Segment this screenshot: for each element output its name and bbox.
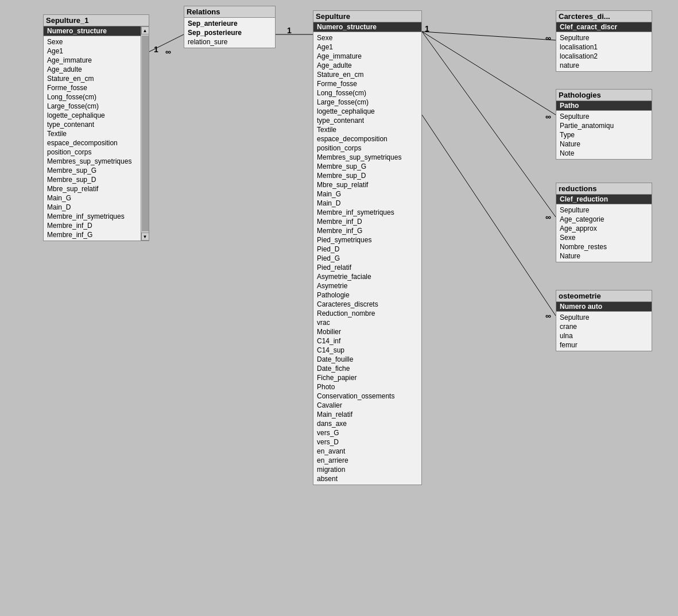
field-sep1-large: Large_fosse(cm) xyxy=(44,102,149,111)
field-sep-cavalier: Cavalier xyxy=(313,401,421,410)
field-sep-membre-inf-d: Membre_inf_D xyxy=(313,217,421,226)
field-path-sepulture: Sepulture xyxy=(556,112,652,121)
table-carcteres-fields: Sepulture localisation1 localisation2 na… xyxy=(556,32,652,71)
field-sep1-membre-sup-d: Membre_sup_D xyxy=(44,175,149,184)
field-rel-sure: relation_sure xyxy=(184,37,275,47)
field-sep1-age-immature: Age_immature xyxy=(44,56,149,65)
field-sep-date-fiche: Date_fiche xyxy=(313,364,421,373)
field-path-partie: Partie_anatomiqu xyxy=(556,121,652,130)
field-path-pk: Patho xyxy=(556,101,652,111)
table-relations: Relations Sep_anterieure Sep_posterieure… xyxy=(184,6,276,48)
label-sep-red-inf: ∞ xyxy=(545,212,551,222)
table-reductions-fields: Sepulture Age_categorie Age_approx Sexe … xyxy=(556,204,652,262)
field-sep-sexe: Sexe xyxy=(313,33,421,42)
field-sep-asym: Asymetrie xyxy=(313,281,421,290)
field-sep-age1: Age1 xyxy=(313,42,421,52)
field-rel-sep-post: Sep_posterieure xyxy=(184,28,275,37)
table-reductions: reductions Clef_reduction Sepulture Age_… xyxy=(556,183,652,262)
field-sep-fiche-papier: Fiche_papier xyxy=(313,373,421,382)
field-sep1-main-g: Main_G xyxy=(44,193,149,203)
field-sep-vrac: vrac xyxy=(313,318,421,327)
field-sep1-membres-sup-sym: Membres_sup_symetriques xyxy=(44,157,149,166)
field-sep1-mbre-sup-rel: Mbre_sup_relatif xyxy=(44,184,149,193)
field-sep-pathologie: Pathologie xyxy=(313,290,421,300)
field-sep-pied-g: Pied_G xyxy=(313,254,421,263)
svg-line-3 xyxy=(422,32,556,115)
field-sep1-stature: Stature_en_cm xyxy=(44,74,149,83)
field-rel-sep-ant: Sep_anterieure xyxy=(184,19,275,28)
field-sep-mbre-sup-rel: Mbre_sup_relatif xyxy=(313,180,421,189)
field-caract-loc1: localisation1 xyxy=(556,42,652,52)
field-path-type: Type xyxy=(556,130,652,140)
field-sep-vers-g: vers_G xyxy=(313,428,421,437)
field-sep-age-immature: Age_immature xyxy=(313,52,421,61)
field-caract-sepulture: Sepulture xyxy=(556,33,652,42)
field-red-sexe: Sexe xyxy=(556,233,652,242)
svg-line-5 xyxy=(422,115,556,316)
scroll-up-sep1[interactable]: ▲ xyxy=(141,26,149,34)
field-sep-reduction: Reduction_nombre xyxy=(313,309,421,318)
field-sep-main-d: Main_D xyxy=(313,199,421,208)
field-sep-photo: Photo xyxy=(313,382,421,392)
field-red-sepulture: Sepulture xyxy=(556,206,652,215)
field-sep1-logette: logette_cephalique xyxy=(44,111,149,120)
field-sep-long: Long_fosse(cm) xyxy=(313,88,421,98)
field-sep1-membre-inf-d: Membre_inf_D xyxy=(44,221,149,230)
field-sep-logette: logette_cephalique xyxy=(313,107,421,116)
field-osteo-sepulture: Sepulture xyxy=(556,313,652,322)
field-sep-membre-sup-g: Membre_sup_G xyxy=(313,162,421,171)
field-sep-pied-sym: Pied_symetriques xyxy=(313,235,421,245)
field-sep1-membre-sup-g: Membre_sup_G xyxy=(44,166,149,175)
field-sep1-membre-inf-sym: Membre_inf_symetriques xyxy=(44,212,149,221)
field-sep-conservation: Conservation_ossements xyxy=(313,392,421,401)
field-sep1-forme: Forme_fosse xyxy=(44,83,149,92)
field-sep-absent: absent xyxy=(313,474,421,483)
label-sep-caract-inf: ∞ xyxy=(545,33,551,42)
label-rel-sep-1: 1 xyxy=(287,26,292,35)
table-reductions-header: reductions xyxy=(556,183,652,195)
field-sep1-textile: Textile xyxy=(44,129,149,138)
scroll-thumb-sep1[interactable] xyxy=(142,36,149,231)
field-sep-main-rel: Main_relatif xyxy=(313,410,421,419)
field-sep-caract: Caracteres_discrets xyxy=(313,300,421,309)
field-sep-large: Large_fosse(cm) xyxy=(313,98,421,107)
field-sep-position: position_corps xyxy=(313,144,421,153)
field-sep-espace: espace_decomposition xyxy=(313,134,421,144)
field-path-nature: Nature xyxy=(556,140,652,149)
field-red-pk: Clef_reduction xyxy=(556,195,652,204)
scroll-down-sep1[interactable]: ▼ xyxy=(141,233,149,241)
label-sep-caract-1: 1 xyxy=(425,24,429,33)
label-sep1-rel-1: 1 xyxy=(154,45,158,54)
scrollbar-sep1[interactable]: ▲ ▼ xyxy=(141,26,149,241)
field-sep1-position: position_corps xyxy=(44,148,149,157)
table-sepulture-fields: Sexe Age1 Age_immature Age_adulte Statur… xyxy=(313,32,421,485)
field-sep-en-arriere: en_arriere xyxy=(313,456,421,465)
field-sep-pk: Numero_structure xyxy=(313,22,421,32)
field-sep-pied-d: Pied_D xyxy=(313,245,421,254)
field-sep-forme: Forme_fosse xyxy=(313,79,421,88)
field-sep1-membre-inf-g: Membre_inf_G xyxy=(44,230,149,239)
field-red-age-approx: Age_approx xyxy=(556,224,652,233)
table-carcteres: Carcteres_di... Clef_caract_discr Sepult… xyxy=(556,10,652,72)
table-carcteres-header: Carcteres_di... xyxy=(556,11,652,22)
field-caract-pk: Clef_caract_discr xyxy=(556,22,652,32)
field-sep1-long: Long_fosse(cm) xyxy=(44,92,149,102)
table-relations-fields: Sep_anterieure Sep_posterieure relation_… xyxy=(184,18,275,48)
table-pathologies: Pathologies Patho Sepulture Partie_anato… xyxy=(556,89,652,160)
field-sep-membres-sup-sym: Membres_sup_symetriques xyxy=(313,153,421,162)
field-sep-c14-sup: C14_sup xyxy=(313,346,421,355)
table-osteometrie: osteometrie Numero auto Sepulture crane … xyxy=(556,290,652,351)
field-sep1-type: type_contenant xyxy=(44,120,149,129)
field-sep-main-g: Main_G xyxy=(313,189,421,199)
table-sepulture: Sepulture Numero_structure Sexe Age1 Age… xyxy=(313,10,422,485)
svg-line-2 xyxy=(422,32,556,40)
table-sepulture1-fields: Sexe Age1 Age_immature Age_adulte Statur… xyxy=(44,36,149,241)
field-osteo-femur: femur xyxy=(556,340,652,350)
field-path-note: Note xyxy=(556,149,652,158)
field-sep-pied-rel: Pied_relatif xyxy=(313,263,421,272)
field-sep-age-adulte: Age_adulte xyxy=(313,61,421,70)
field-caract-nature: nature xyxy=(556,61,652,70)
field-osteo-ulna: ulna xyxy=(556,331,652,340)
field-sep-stature: Stature_en_cm xyxy=(313,70,421,79)
field-sep-migration: migration xyxy=(313,465,421,474)
